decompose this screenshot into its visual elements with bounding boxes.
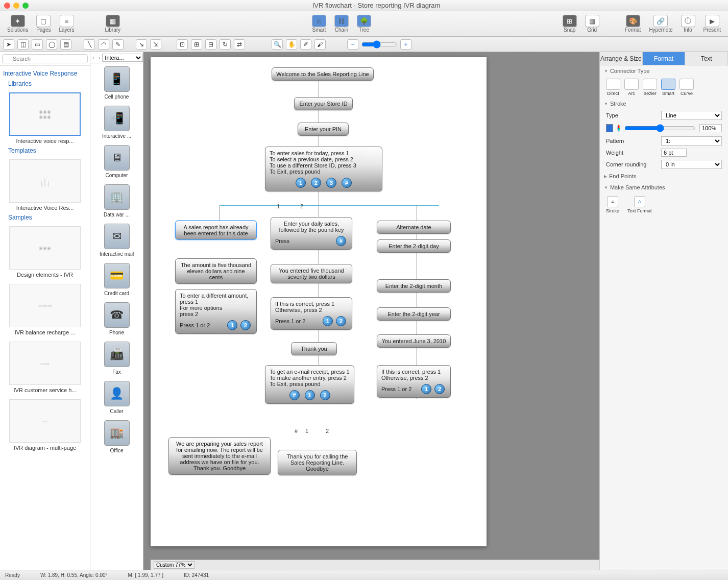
rotate-tool[interactable]: ↻ [220, 39, 231, 50]
nav-tree[interactable]: Interactive Voice Response Libraries ◉◉◉… [0, 66, 90, 455]
lib-item[interactable]: 👤Caller [90, 378, 143, 417]
flow-node[interactable]: You entered June 3, 2010 [377, 334, 451, 348]
flow-node[interactable]: The amount is five thousand eleven dolla… [175, 258, 257, 284]
marquee-tool[interactable]: ◫ [17, 39, 29, 50]
tab-arrange[interactable]: Arrange & Size [600, 52, 643, 65]
lib-item[interactable]: 📠Fax [90, 339, 143, 378]
zoom-out-button[interactable]: − [347, 39, 358, 50]
connector-selected[interactable] [220, 205, 439, 206]
flow-node[interactable]: Welcome to the Sales Reporting Line [272, 67, 374, 81]
chain-button[interactable]: ⛓Chain [331, 14, 352, 34]
sample-thumb-1[interactable]: ◉◉◉ [9, 226, 81, 270]
lib-item[interactable]: 📲Interactive ... [90, 103, 143, 142]
flow-node[interactable]: Enter the 2-digit year [377, 307, 451, 321]
window-controls[interactable] [4, 3, 29, 9]
distribute-tool[interactable]: ⊞ [191, 39, 202, 50]
lib-item[interactable]: 🏬Office [90, 417, 143, 456]
flow-node[interactable]: Thank you for calling the Sales Reportin… [278, 450, 357, 475]
info-button[interactable]: ⓘInfo [678, 14, 698, 34]
pattern-select[interactable]: 1: [661, 136, 722, 146]
zoom-tool[interactable]: 🔍 [272, 39, 283, 50]
snap-button[interactable]: ⊞Snap [560, 14, 580, 34]
conntype-curve[interactable]: Curve [680, 79, 694, 96]
flip-tool[interactable]: ⇄ [234, 39, 245, 50]
colorwheel-icon[interactable] [617, 125, 620, 132]
line-tool[interactable]: ╲ [84, 39, 95, 50]
pan-tool[interactable]: ✋ [286, 39, 297, 50]
sample-thumb-4[interactable]: ◦◦◦ [9, 399, 81, 443]
flow-node[interactable]: Enter your PIN [298, 123, 349, 136]
stroke-type-select[interactable]: Line [661, 111, 722, 120]
flow-node[interactable]: Thank you [291, 342, 337, 355]
grid-button[interactable]: ▦Grid [582, 14, 602, 34]
canvas-page[interactable]: Welcome to the Sales Reporting Line Ente… [151, 57, 487, 546]
connector-tool[interactable]: ↘ [136, 39, 147, 50]
arrange-tool[interactable]: ⊟ [205, 39, 216, 50]
lib-thumb[interactable]: ◉◉◉◉◉◉ [9, 92, 81, 136]
text-tool[interactable]: ▤ [60, 39, 71, 50]
tree-button[interactable]: 🌳Tree [354, 14, 374, 34]
zoom-slider[interactable] [361, 40, 397, 49]
lib-dropdown[interactable]: Intera... [102, 54, 143, 62]
ellipse-tool[interactable]: ◯ [46, 39, 57, 50]
flow-node-selected[interactable]: A sales report has already been entered … [175, 221, 257, 240]
flow-node[interactable]: If this is correct, press 1 Otherwise, p… [271, 297, 352, 330]
tree-libraries[interactable]: Libraries [3, 79, 87, 88]
flow-node[interactable]: Alternate date [377, 221, 451, 234]
lib-nav-fwd[interactable]: › [96, 55, 103, 61]
zoom-in-button[interactable]: + [400, 39, 411, 50]
zoom-select[interactable]: Custom 77% [154, 561, 195, 569]
lib-item[interactable]: ✉Interactive mail [90, 221, 143, 260]
align-tool[interactable]: ⊡ [177, 39, 188, 50]
corner-select[interactable]: 0 in [661, 160, 722, 169]
flow-node[interactable]: If this is correct, press 1 Otherwise, p… [377, 365, 451, 398]
layers-button[interactable]: ≡Layers [56, 14, 78, 34]
section-endpoints[interactable]: End Points [600, 171, 728, 182]
section-connector-type[interactable]: Connector Type [600, 65, 728, 77]
section-stroke[interactable]: Stroke [600, 98, 728, 109]
flow-node[interactable]: You entered five thousand seventy two do… [271, 264, 352, 283]
sample-thumb-3[interactable]: ▭▭ [9, 342, 81, 385]
format-button[interactable]: 🎨Format [622, 14, 644, 34]
flow-node[interactable]: Enter the 2-digit month [377, 279, 451, 293]
lib-item[interactable]: 🏢Data war ... [90, 181, 143, 221]
opacity-slider[interactable] [624, 123, 695, 133]
minimize-icon[interactable] [13, 3, 19, 9]
pages-button[interactable]: ▢Pages [33, 14, 54, 34]
eyedrop-tool[interactable]: ✐ [300, 39, 311, 50]
smart-connector-tool[interactable]: ⇲ [150, 39, 161, 50]
close-icon[interactable] [4, 3, 10, 9]
flow-node[interactable]: Enter the 2-digit day [377, 239, 451, 253]
rect-tool[interactable]: ▭ [32, 39, 43, 50]
conntype-bezier[interactable]: Bezier [643, 79, 657, 96]
pen-tool[interactable]: ✎ [112, 39, 124, 50]
conntype-arc[interactable]: Arc [624, 79, 639, 96]
brush-tool[interactable]: 🖌 [314, 39, 326, 50]
arc-tool[interactable]: ◠ [98, 39, 109, 50]
conntype-smart[interactable]: Smart [661, 79, 675, 96]
lib-item[interactable]: 🖥Computer [90, 142, 143, 181]
tree-samples[interactable]: Samples [3, 213, 87, 222]
attr-text[interactable]: AText Format [627, 196, 652, 213]
search-input[interactable] [2, 54, 88, 63]
canvas-area[interactable]: Welcome to the Sales Reporting Line Ente… [143, 52, 599, 570]
sample-thumb-2[interactable]: ▭▭▭ [9, 284, 81, 327]
flow-node[interactable]: Enter your daily sales, followed by the … [271, 217, 352, 250]
conntype-direct[interactable]: Direct [606, 79, 620, 96]
flow-node[interactable]: To enter a different amount, press 1 For… [175, 289, 257, 334]
weight-input[interactable] [661, 149, 687, 157]
flow-node[interactable]: We are preparing your sales report for e… [168, 437, 271, 475]
solutions-button[interactable]: ✦Solutions [4, 14, 31, 34]
lib-item[interactable]: ☎Phone [90, 299, 143, 339]
opacity-input[interactable] [699, 124, 722, 132]
lib-item[interactable]: 💳Credit card [90, 260, 143, 299]
tree-root[interactable]: Interactive Voice Response [3, 68, 87, 79]
attr-stroke[interactable]: ≡Stroke [606, 196, 619, 213]
tab-format[interactable]: Format [643, 52, 686, 65]
tmpl-thumb[interactable]: ┬├┼┤ [9, 159, 81, 203]
lib-item[interactable]: 📱Cell phone [90, 63, 143, 103]
flow-node[interactable]: To enter sales for today, press 1 To sel… [265, 147, 382, 191]
section-make-same[interactable]: Make Same Attributes [600, 182, 728, 193]
smart-button[interactable]: ⎌Smart [309, 14, 329, 34]
library-button[interactable]: ▦Library [102, 14, 124, 34]
